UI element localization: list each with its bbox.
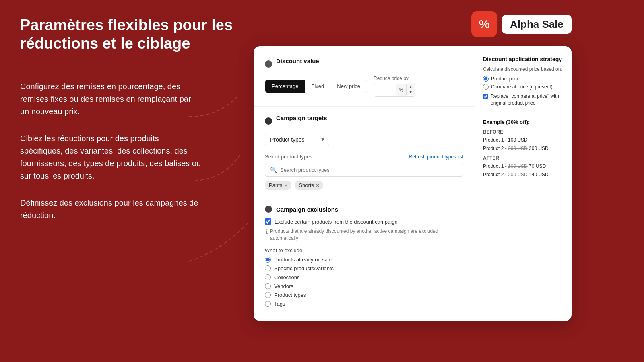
refresh-product-types-link[interactable]: Refresh product types list [409,154,463,160]
new-price-button[interactable]: New price [330,80,367,93]
info-icon: ℹ [266,228,268,235]
radio-tags-input[interactable] [265,301,271,307]
radio-compare-at-price-input[interactable] [483,84,489,90]
tag-shorts: Shorts × [295,181,323,190]
selected-tags-row: Pants × Shorts × [265,181,463,190]
search-box: 🔍 [265,163,463,177]
radio-tags-label: Tags [274,301,285,307]
radio-collections-label: Collections [274,274,300,280]
spinner-down[interactable]: ▼ [407,90,415,95]
after-line-2-strikethrough: 200 USD [508,172,528,177]
before-line-2: Product 2 - 300 USD 200 USD [483,145,564,152]
logo-percent-icon: % [479,17,490,31]
discount-type-button-group: Percentage Fixed New price [265,80,367,93]
search-icon: 🔍 [270,167,277,173]
radio-product-price-input[interactable] [483,76,489,82]
tag-pants-label: Pants [269,182,282,188]
discount-value-title: Discount value [276,58,319,64]
radio-products-on-sale: Products already on sale [265,257,463,263]
example-title: Example (30% off): [483,119,564,125]
reduce-input-wrap: 30 % ▲ ▼ [374,83,415,97]
step-dot-1 [265,60,272,68]
radio-products-on-sale-label: Products already on sale [274,257,332,263]
campaign-exclusions-section: Campaign exclusions Exclude certain prod… [265,206,463,307]
campaign-exclusions-header: Campaign exclusions [265,206,463,213]
left-paragraph-1: Configurez des remises en pourcentage, d… [20,80,201,118]
discount-strategy-subtitle: Calculate discounted price based on: [483,66,564,72]
discount-strategy-title: Discount application strategy [483,56,564,62]
replace-compare-checkbox[interactable] [483,94,488,99]
radio-specific-products-label: Specific products/variants [274,265,334,272]
fixed-button[interactable]: Fixed [305,80,331,93]
tag-shorts-close[interactable]: × [316,183,319,188]
after-line-2: Product 2 - 200 USD 140 USD [483,171,564,178]
radio-vendors: Vendors [265,283,463,289]
reduce-price-label: Reduce price by [374,76,409,81]
divider-right [483,114,564,114]
radio-specific-products: Specific products/variants [265,265,463,272]
replace-compare-checkbox-label: Replace "compare at price" with original… [491,93,564,107]
campaign-targets-dropdown-wrap: Product types All products Collections V… [265,133,329,146]
info-text: Products that are already discounted by … [270,228,463,242]
discount-value-section: Discount value Percentage Fixed New pric… [265,58,463,97]
campaign-exclusions-title: Campaign exclusions [276,206,338,213]
info-row: ℹ Products that are already discounted b… [265,228,463,242]
search-product-types-input[interactable] [280,167,458,173]
radio-product-types: Product types [265,292,463,298]
after-line-1: Product 1 - 100 USD 70 USD [483,162,564,170]
radio-tags: Tags [265,301,463,307]
radio-compare-at-price: Compare at price (if present) [483,84,564,90]
radio-vendors-label: Vendors [274,283,293,289]
spinner-up[interactable]: ▲ [407,84,415,90]
replace-compare-checkbox-row: Replace "compare at price" with original… [483,93,564,107]
radio-vendors-input[interactable] [265,283,271,289]
radio-collections-input[interactable] [265,274,271,280]
before-line-1: Product 1 - 100 USD [483,136,564,144]
radio-product-types-input[interactable] [265,292,271,298]
exclude-checkbox-row: Exclude certain products from the discou… [265,218,463,225]
discount-value-row: Percentage Fixed New price Reduce price … [265,76,463,97]
tag-shorts-label: Shorts [299,182,314,188]
radio-product-price-label: Product price [491,76,520,82]
left-content: Configurez des remises en pourcentage, d… [20,80,201,236]
radio-collections: Collections [265,274,463,280]
what-to-exclude-label: What to exclude: [265,247,463,253]
radio-products-on-sale-input[interactable] [265,257,271,263]
tag-pants: Pants × [265,181,291,190]
before-label: BEFORE [483,129,564,135]
campaign-targets-dropdown-row: Product types All products Collections V… [265,133,463,146]
after-label: AFTER [483,155,564,161]
exclude-checkbox[interactable] [265,218,271,225]
left-paragraph-2: Ciblez les réductions pour des produits … [20,132,201,182]
divider-2 [254,197,475,197]
left-paragraph-3: Définissez des exclusions pour les campa… [20,197,201,222]
reduce-price-unit: % [396,84,406,96]
logo-area: % Alpha Sale [471,11,572,37]
divider-1 [254,106,475,107]
logo-text: Alpha Sale [502,15,572,34]
campaign-targets-title: Campaign targets [276,115,327,121]
campaign-targets-section: Campaign targets Product types All produ… [265,115,463,190]
campaign-targets-select[interactable]: Product types All products Collections V… [265,133,329,146]
main-card: Discount value Percentage Fixed New pric… [254,46,572,321]
card-left-panel: Discount value Percentage Fixed New pric… [254,46,475,321]
percentage-button[interactable]: Percentage [265,80,305,93]
step-dot-3 [265,206,272,213]
before-line-2-strikethrough: 300 USD [508,146,528,151]
reduce-price-group: Reduce price by 30 % ▲ ▼ [374,76,415,97]
step-dot-2 [265,117,272,125]
select-product-types-label: Select product types [265,154,312,160]
radio-compare-at-price-label: Compare at price (if present) [491,84,553,90]
reduce-price-spinners: ▲ ▼ [406,84,415,95]
card-right-panel: Discount application strategy Calculate … [475,46,572,321]
select-product-types-header: Select product types Refresh product typ… [265,154,463,160]
radio-product-price: Product price [483,76,564,82]
after-line-1-strikethrough: 100 USD [508,163,528,169]
exclude-checkbox-label: Exclude certain products from the discou… [275,219,398,225]
radio-specific-products-input[interactable] [265,265,271,272]
tag-pants-close[interactable]: × [284,183,287,188]
reduce-price-input[interactable]: 30 [374,83,396,96]
logo-icon: % [471,11,497,37]
radio-product-types-label: Product types [274,292,306,298]
